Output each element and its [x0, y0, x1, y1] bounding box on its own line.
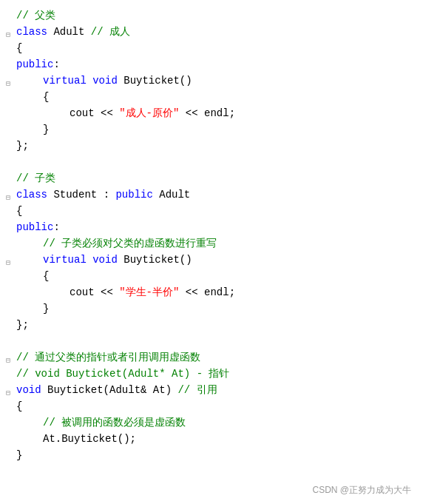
code-segment: "成人-原价" — [119, 105, 179, 121]
code-segment: Buyticket(Adult& At) — [41, 382, 178, 398]
code-segment: // 父类 — [16, 7, 55, 24]
code-line: } — [0, 300, 423, 317]
fold-icon — [6, 414, 16, 431]
code-segment: "学生-半价" — [119, 284, 179, 300]
fold-icon — [6, 284, 16, 300]
code-line — [0, 333, 423, 349]
fold-icon — [6, 447, 16, 463]
code-segment: public — [16, 56, 53, 73]
fold-icon — [6, 431, 16, 447]
fold-icon[interactable]: ⊟ — [6, 190, 15, 199]
code-line: public: — [0, 56, 423, 73]
code-line: ⊟// 通过父类的指针或者引用调用虚函数 — [0, 349, 423, 366]
watermark: CSDN @正努力成为大牛 — [312, 484, 411, 497]
code-segment: // 成人 — [91, 24, 130, 40]
code-line: // 父类 — [0, 7, 423, 24]
code-segment: { — [16, 398, 22, 414]
code-segment: Buyticket() — [118, 252, 192, 268]
fold-icon — [6, 317, 16, 333]
code-segment: class — [16, 187, 47, 203]
code-line: // void Buyticket(Adult* At) - 指针 — [0, 366, 423, 382]
code-line: // 被调用的函数必须是虚函数 — [0, 414, 423, 431]
fold-icon — [6, 333, 16, 349]
code-line: } — [0, 121, 423, 138]
code-line: { — [0, 40, 423, 56]
code-segment: // 子类必须对父类的虚函数进行重写 — [43, 235, 217, 252]
code-segment: Adult — [47, 24, 91, 40]
fold-icon — [6, 154, 16, 170]
code-line: cout << "成人-原价" << endl; — [0, 105, 423, 121]
code-segment: void — [92, 73, 118, 89]
code-segment: : — [53, 219, 59, 235]
code-line: public: — [0, 219, 423, 235]
fold-icon[interactable]: ⊟ — [6, 76, 15, 85]
code-line: ⊟virtual void Buyticket() — [0, 73, 423, 89]
code-line: { — [0, 268, 423, 284]
code-line: { — [0, 203, 423, 219]
code-segment: virtual — [43, 252, 87, 268]
fold-icon — [6, 89, 16, 105]
code-line: { — [0, 89, 423, 105]
code-segment: }; — [16, 138, 29, 154]
code-line: { — [0, 398, 423, 414]
code-segment: virtual — [43, 73, 87, 89]
code-segment: class — [16, 24, 47, 40]
code-line: cout << "学生-半价" << endl; — [0, 284, 423, 300]
fold-icon[interactable]: ⊟ — [6, 386, 15, 394]
code-segment: { — [16, 203, 22, 219]
code-container: // 父类⊟class Adult // 成人 { public:⊟virtua… — [0, 0, 423, 504]
code-line: ⊟void Buyticket(Adult& At) // 引用 — [0, 382, 423, 398]
code-line: At.Buyticket(); — [0, 431, 423, 447]
code-segment: } — [43, 300, 49, 317]
fold-icon[interactable]: ⊟ — [6, 27, 15, 36]
code-segment: { — [43, 268, 49, 284]
code-segment: } — [43, 121, 49, 138]
fold-icon — [6, 203, 16, 219]
code-line: } — [0, 447, 423, 463]
code-segment: cout << — [70, 284, 119, 300]
fold-icon — [6, 398, 16, 414]
code-line: }; — [0, 317, 423, 333]
code-segment: } — [16, 447, 22, 463]
code-line: // 子类必须对父类的虚函数进行重写 — [0, 235, 423, 252]
fold-icon — [6, 366, 16, 382]
code-line: ⊟class Adult // 成人 — [0, 24, 423, 40]
code-segment: void — [16, 382, 41, 398]
fold-icon[interactable]: ⊟ — [6, 353, 15, 362]
code-segment: : — [53, 56, 59, 73]
code-lines: // 父类⊟class Adult // 成人 { public:⊟virtua… — [0, 7, 423, 463]
code-segment: void — [92, 252, 118, 268]
fold-icon — [6, 235, 16, 252]
code-segment: << endl; — [179, 284, 235, 300]
fold-icon — [6, 105, 16, 121]
code-segment: public — [115, 187, 152, 203]
code-segment: // 引用 — [177, 382, 217, 398]
fold-icon — [6, 219, 16, 235]
code-segment: // 通过父类的指针或者引用调用虚函数 — [16, 349, 200, 366]
code-line: ⊟virtual void Buyticket() — [0, 252, 423, 268]
code-segment: // 子类 — [16, 170, 55, 187]
fold-icon — [6, 121, 16, 138]
fold-icon — [6, 7, 16, 24]
fold-icon — [6, 40, 16, 56]
code-segment: // 被调用的函数必须是虚函数 — [43, 414, 186, 431]
code-segment: Buyticket() — [118, 73, 192, 89]
code-segment: public — [16, 219, 53, 235]
code-segment: Adult — [153, 187, 190, 203]
code-segment — [87, 252, 92, 268]
code-segment: Student : — [47, 187, 115, 203]
code-segment: At.Buyticket(); — [43, 431, 136, 447]
fold-icon[interactable]: ⊟ — [6, 255, 15, 264]
code-segment: << endl; — [179, 105, 235, 121]
fold-icon — [6, 170, 16, 187]
code-segment — [87, 73, 92, 89]
code-segment: cout << — [70, 105, 119, 121]
code-segment: }; — [16, 317, 29, 333]
code-segment: { — [16, 40, 22, 56]
code-line: // 子类 — [0, 170, 423, 187]
code-line: }; — [0, 138, 423, 154]
code-segment: { — [43, 89, 49, 105]
code-segment: // void Buyticket(Adult* At) - 指针 — [16, 366, 229, 382]
code-line: ⊟class Student : public Adult — [0, 187, 423, 203]
fold-icon — [6, 300, 16, 317]
